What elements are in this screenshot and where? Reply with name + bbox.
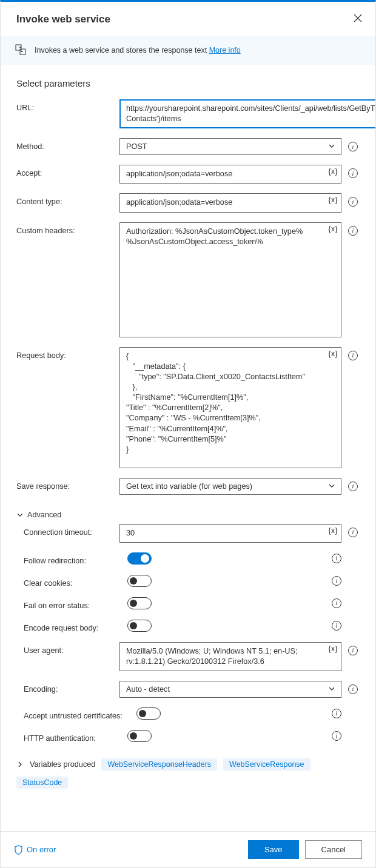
variable-token-button[interactable]: {x} <box>328 196 338 204</box>
row-clear-cookies: Clear cookies: i <box>16 575 360 588</box>
label-encoding: Encoding: <box>16 681 115 694</box>
variable-token-button[interactable]: {x} <box>328 526 338 535</box>
on-error-button[interactable]: On error <box>14 845 56 855</box>
help-icon[interactable]: i <box>348 684 358 694</box>
variable-token-button[interactable]: {x} <box>328 350 338 358</box>
accept-input[interactable]: application/json;odata=verbose <box>119 165 341 184</box>
cancel-button[interactable]: Cancel <box>305 840 362 859</box>
http-auth-toggle[interactable] <box>127 730 152 742</box>
more-info-link[interactable]: More info <box>209 46 241 55</box>
row-custom-headers: Custom headers: Authorization: %JsonAsCu… <box>16 222 360 337</box>
variable-token-button[interactable]: {x} <box>328 167 338 176</box>
variable-pill[interactable]: StatusCode <box>16 777 68 789</box>
chevron-down-icon <box>16 511 24 518</box>
help-icon[interactable]: i <box>348 351 358 360</box>
variables-produced-row[interactable]: Variables produced WebServiceResponseHea… <box>16 752 360 793</box>
action-icon <box>15 44 27 56</box>
label-method: Method: <box>16 138 115 151</box>
row-request-body: Request body: { "__metadata": { "type": … <box>16 347 360 468</box>
row-content-type: Content type: application/json;odata=ver… <box>16 193 360 212</box>
row-encoding: Encoding: Auto - detect i <box>16 681 360 698</box>
variable-pill[interactable]: WebServiceResponseHeaders <box>101 758 217 770</box>
help-icon[interactable]: i <box>332 731 341 741</box>
label-request-body: Request body: <box>16 347 115 360</box>
row-url: URL: https://yoursharepoint.sharepoint.c… <box>16 99 360 128</box>
encoding-select[interactable]: Auto - detect <box>119 681 341 698</box>
help-icon[interactable]: i <box>348 142 358 151</box>
row-accept-untrusted: Accept untrusted certificates: i <box>16 707 360 720</box>
accept-untrusted-toggle[interactable] <box>136 707 161 720</box>
connection-timeout-input[interactable]: 30 <box>119 524 341 543</box>
dialog-footer: On error Save Cancel <box>1 831 375 867</box>
url-input[interactable]: https://yoursharepoint.sharepoint.com/si… <box>119 99 375 128</box>
label-http-auth: HTTP authentication: <box>16 730 123 743</box>
row-method: Method: POST i <box>16 138 360 155</box>
row-encode-body: Encode request body: i <box>16 620 360 632</box>
help-icon[interactable]: i <box>332 709 341 718</box>
help-icon[interactable]: i <box>348 168 358 178</box>
label-connection-timeout: Connection timeout: <box>16 524 115 537</box>
on-error-label: On error <box>27 845 56 854</box>
row-user-agent: User agent: Mozilla/5.0 (Windows; U; Win… <box>16 642 360 671</box>
help-icon[interactable]: i <box>348 646 358 655</box>
help-icon[interactable]: i <box>348 197 358 207</box>
shield-icon <box>14 845 23 855</box>
advanced-toggle[interactable]: Advanced <box>16 505 360 524</box>
close-button[interactable] <box>351 12 364 27</box>
row-accept: Accept: application/json;odata=verbose {… <box>16 165 360 184</box>
variable-token-button[interactable]: {x} <box>328 644 338 653</box>
label-clear-cookies: Clear cookies: <box>16 575 123 588</box>
help-icon[interactable]: i <box>348 528 358 537</box>
row-follow-redirection: Follow redirection: i <box>16 552 360 565</box>
save-button[interactable]: Save <box>248 840 299 859</box>
follow-redirection-toggle[interactable] <box>127 552 152 565</box>
help-icon[interactable]: i <box>332 598 341 608</box>
row-save-response: Save response: Get text into variable (f… <box>16 478 360 495</box>
label-content-type: Content type: <box>16 193 115 206</box>
help-icon[interactable]: i <box>332 621 341 631</box>
variable-pill[interactable]: WebServiceResponse <box>223 758 310 770</box>
variables-produced-label: Variables produced <box>30 760 95 769</box>
fail-on-error-toggle[interactable] <box>127 597 152 609</box>
help-icon[interactable]: i <box>348 226 358 236</box>
label-url: URL: <box>16 99 115 112</box>
user-agent-input[interactable]: Mozilla/5.0 (Windows; U; Windows NT 5.1;… <box>119 642 341 671</box>
dialog-title: Invoke web service <box>16 13 110 25</box>
advanced-title: Advanced <box>27 511 61 519</box>
chevron-right-icon <box>16 761 24 768</box>
label-follow-redirection: Follow redirection: <box>16 552 123 565</box>
body-scroll[interactable]: Select parameters URL: https://yourshare… <box>1 65 375 831</box>
label-fail-on-error: Fail on error status: <box>16 597 123 610</box>
clear-cookies-toggle[interactable] <box>127 575 152 587</box>
info-text: Invokes a web service and stores the res… <box>35 46 241 55</box>
label-accept-untrusted: Accept untrusted certificates: <box>16 707 132 720</box>
help-icon[interactable]: i <box>332 554 341 563</box>
method-select[interactable]: POST <box>119 138 341 155</box>
content-type-input[interactable]: application/json;odata=verbose <box>119 193 341 212</box>
variable-token-button[interactable]: {x} <box>328 225 338 233</box>
close-icon <box>354 14 362 22</box>
section-title: Select parameters <box>16 78 360 88</box>
label-custom-headers: Custom headers: <box>16 222 115 235</box>
request-body-input[interactable]: { "__metadata": { "type": "SP.Data.Clien… <box>119 347 341 468</box>
row-fail-on-error: Fail on error status: i <box>16 597 360 610</box>
help-icon[interactable]: i <box>348 482 358 491</box>
label-save-response: Save response: <box>16 478 115 491</box>
custom-headers-input[interactable]: Authorization: %JsonAsCustomObject.token… <box>119 222 341 337</box>
row-connection-timeout: Connection timeout: 30 {x} i <box>16 524 360 543</box>
save-response-select[interactable]: Get text into variable (for web pages) <box>119 478 341 495</box>
row-http-auth: HTTP authentication: i <box>16 730 360 743</box>
label-accept: Accept: <box>16 165 115 177</box>
encode-body-toggle[interactable] <box>127 620 152 632</box>
info-bar: Invokes a web service and stores the res… <box>1 36 375 65</box>
label-encode-body: Encode request body: <box>16 620 123 632</box>
label-user-agent: User agent: <box>16 642 115 655</box>
dialog-header: Invoke web service <box>1 2 375 36</box>
help-icon[interactable]: i <box>332 576 341 586</box>
